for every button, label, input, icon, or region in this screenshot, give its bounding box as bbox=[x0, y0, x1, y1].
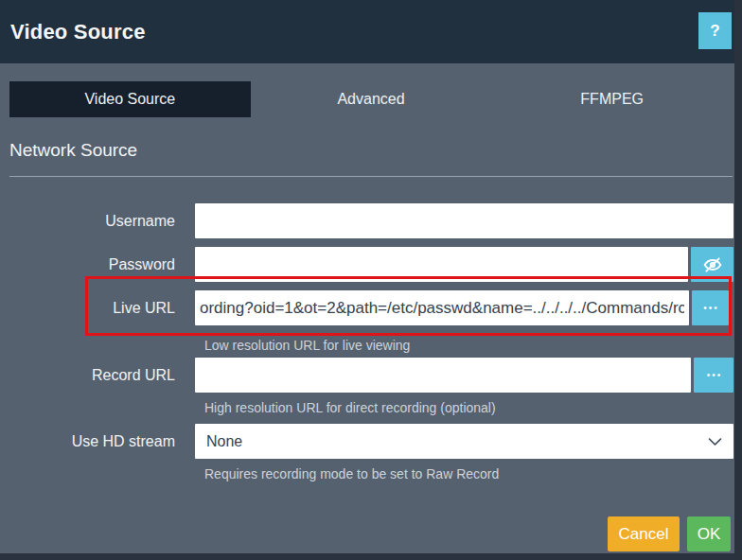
chevron-down-icon bbox=[708, 437, 722, 446]
live-url-input[interactable] bbox=[195, 290, 689, 325]
video-source-dialog: Video Source ? Video Source Advanced FFM… bbox=[0, 0, 734, 553]
eye-off-icon bbox=[703, 255, 722, 274]
section-divider bbox=[9, 176, 733, 177]
toggle-password-visibility-button[interactable] bbox=[691, 247, 733, 282]
record-url-input[interactable] bbox=[195, 358, 691, 393]
use-hd-stream-helper-text: Requires recording mode to be set to Raw… bbox=[204, 466, 499, 481]
ok-button[interactable]: OK bbox=[687, 516, 731, 551]
tab-advanced[interactable]: Advanced bbox=[251, 81, 492, 117]
cancel-button[interactable]: Cancel bbox=[608, 516, 680, 551]
use-hd-stream-select[interactable]: None bbox=[195, 424, 733, 459]
tab-bar: Video Source Advanced FFMPEG bbox=[9, 81, 733, 117]
live-url-label: Live URL bbox=[0, 290, 175, 325]
password-input[interactable] bbox=[195, 247, 688, 282]
ellipsis-icon: ••• bbox=[705, 371, 723, 380]
record-url-helper-text: High resolution URL for direct recording… bbox=[204, 400, 496, 415]
password-label: Password bbox=[0, 247, 175, 282]
record-url-browse-button[interactable]: ••• bbox=[694, 358, 733, 393]
record-url-label: Record URL bbox=[0, 358, 175, 393]
ellipsis-icon: ••• bbox=[701, 304, 719, 313]
tab-ffmpeg[interactable]: FFMPEG bbox=[491, 81, 733, 117]
use-hd-stream-label: Use HD stream bbox=[0, 424, 175, 459]
username-label: Username bbox=[0, 203, 175, 238]
section-title: Network Source bbox=[9, 140, 137, 161]
question-mark-icon: ? bbox=[710, 22, 719, 41]
tab-video-source[interactable]: Video Source bbox=[9, 81, 251, 117]
dialog-title: Video Source bbox=[10, 0, 146, 63]
help-button[interactable]: ? bbox=[698, 12, 732, 49]
live-url-browse-button[interactable]: ••• bbox=[692, 290, 729, 325]
dialog-header: Video Source ? bbox=[0, 0, 734, 63]
selected-option: None bbox=[195, 433, 708, 450]
username-input[interactable] bbox=[195, 203, 733, 238]
live-url-helper-text: Low resolution URL for live viewing bbox=[204, 338, 410, 353]
